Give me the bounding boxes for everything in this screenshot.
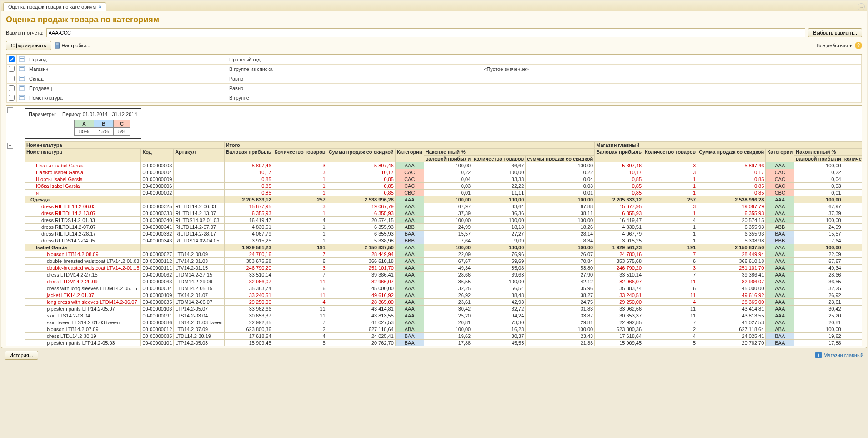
table-row[interactable]: dress with long sleeves LTDM14.2-05.1500…	[25, 285, 863, 292]
cell-qty: 3	[273, 203, 327, 210]
table-row[interactable]: pipestem pants LTP14.2-05.0700-00000103L…	[25, 306, 863, 312]
table-row[interactable]: dress RILTDL14.2-13.0700-00000333RILTDL1…	[25, 210, 863, 217]
table-row[interactable]: dress RLTDS14.2-01.0300-00000340RILTDS14…	[25, 217, 863, 224]
table-row[interactable]: dress RILTDL14.2-06.0300-00000325RILTDL1…	[25, 203, 863, 210]
cell-cat2: AAA	[766, 319, 794, 326]
cell-sum2: 2 538 996,28	[697, 196, 766, 203]
cell-sum2: 10,17	[697, 169, 766, 176]
table-row[interactable]: Пальто Isabel Garsia00-0000000410,17310,…	[25, 169, 863, 176]
table-row[interactable]: long dress with sleeves LTDM14.2-06.0700…	[25, 299, 863, 306]
filter-value[interactable]	[482, 55, 862, 65]
help-icon[interactable]: ?	[855, 42, 862, 49]
cell-cat: AAA	[395, 292, 424, 299]
cell-cat: AAA	[395, 319, 424, 326]
variant-input[interactable]	[46, 28, 806, 37]
cell-sum2: 366 610,18	[697, 258, 766, 265]
filter-checkbox[interactable]	[9, 95, 15, 101]
cell-p1: 0,04	[424, 176, 472, 183]
filter-condition[interactable]: Прошлый год	[227, 55, 482, 65]
variant-label: Вариант отчета:	[6, 30, 44, 35]
filter-checkbox[interactable]	[9, 76, 15, 81]
cell-gp: 5 897,46	[224, 162, 273, 169]
cell-article: LTV14.2-01.03	[174, 258, 224, 265]
table-row[interactable]: pipestem pants LTP14.2-05.0300-00000101L…	[25, 340, 863, 347]
settings-label: Настройки...	[62, 43, 90, 48]
cell-sum2: 2 150 837,50	[697, 244, 766, 251]
cell-gp: 15 909,45	[224, 340, 273, 347]
table-row[interactable]: dress LTDM14.2-29.0900-00000063LTDM14.2-…	[25, 278, 863, 285]
cell-qty2: 1	[643, 210, 697, 217]
table-row[interactable]: double-breasted waistcoat LTV14.2-01.030…	[25, 258, 863, 265]
cell-qty2: 2	[643, 326, 697, 333]
filter-checkbox[interactable]	[9, 66, 15, 72]
settings-link[interactable]: Настройки...	[54, 42, 90, 49]
chevron-down-icon[interactable]: ⌄	[858, 3, 865, 10]
table-row[interactable]: Платье Isabel Garsia00-000000035 897,463…	[25, 162, 863, 169]
cell-name: Юбка Isabel Garsia	[25, 183, 141, 190]
cell-gp2: 0,85	[595, 190, 643, 196]
filter-checkbox[interactable]	[9, 56, 15, 62]
cell-p1b: 0,03	[794, 183, 843, 190]
table-row[interactable]: dress LTDL14.2-30.1900-00000085LTDL14.2-…	[25, 333, 863, 340]
table-row[interactable]: blouson LTB14.2-07.0900-00000012LTB14.2-…	[25, 326, 863, 333]
cell-gp: 3 915,25	[224, 237, 273, 244]
filter-condition[interactable]: В группе из списка	[227, 65, 482, 74]
cell-p1b: 24,99	[794, 224, 843, 231]
history-button[interactable]: История...	[5, 351, 38, 360]
table-row[interactable]: Isabel Garcia1 929 561,231912 150 837,50…	[25, 244, 863, 251]
cell-sum: 20 574,15	[327, 217, 395, 224]
cell-p3: 100,00	[526, 326, 595, 333]
table-row[interactable]: skirt tween LTS14.2-01.03 tween00-000000…	[25, 319, 863, 326]
hdr-cat2: Категории	[766, 149, 794, 162]
filter-value[interactable]: <Пустое значение>	[482, 65, 862, 74]
table-row[interactable]: dress RILTDL14.2-28.1700-00000332RILTDL1…	[25, 231, 863, 237]
filter-value[interactable]	[482, 74, 862, 84]
table-row[interactable]: dress RLTDS14.2-04.0500-00000343RILTDS14…	[25, 237, 863, 244]
table-row[interactable]: blouson LTB14.2-08.0900-00000027LTB14.2-…	[25, 251, 863, 258]
cell-p1: 0,01	[424, 190, 472, 196]
cell-sum: 28 449,94	[327, 251, 395, 258]
filter-value[interactable]	[482, 93, 862, 103]
table-row[interactable]: dress LTDM14.2-27.1500-00000062LTDM14.2-…	[25, 272, 863, 278]
tree-collapse-icon[interactable]: −	[7, 107, 13, 113]
abc-c: C	[114, 120, 130, 128]
cell-sum2: 39 386,41	[697, 272, 766, 278]
info-icon: i	[815, 352, 822, 358]
hdr-cat: Категории	[395, 149, 424, 162]
cell-p1b: 25,20	[794, 312, 843, 319]
all-actions-link[interactable]: Все действия ▾	[817, 43, 852, 49]
close-icon[interactable]: ×	[99, 4, 101, 10]
filter-checkbox[interactable]	[9, 85, 15, 91]
report-area[interactable]: − − Параметры: Период: 01.01.2014 - 31.1…	[6, 105, 862, 346]
cell-gp2: 35 383,74	[595, 285, 643, 292]
table-row[interactable]: skirt LTS14.2-03.0400-00000091LTS14.2-03…	[25, 312, 863, 319]
choose-variant-button[interactable]: Выбрать вариант...	[808, 28, 862, 37]
filter-condition[interactable]: Равно	[227, 84, 482, 93]
filter-condition[interactable]: Равно	[227, 74, 482, 84]
cell-gp2: 16 419,47	[595, 217, 643, 224]
cell-cat2: AAA	[766, 203, 794, 210]
header: Оценка продаж товара по категориям	[1, 11, 867, 26]
cell-article: RILTDL14.2-28.17	[174, 231, 224, 237]
cell-gp2: 17 618,64	[595, 333, 643, 340]
cell-name: dress LTDM14.2-29.09	[25, 278, 141, 285]
generate-button[interactable]: Сформировать	[6, 41, 51, 50]
cell-cat2: AAA	[766, 265, 794, 272]
cell-qty2: 11	[643, 292, 697, 299]
cell-code: 00-00000086	[141, 319, 174, 326]
tree-collapse-icon[interactable]: −	[7, 143, 13, 149]
table-row[interactable]: Юбка Isabel Garsia00-000000060,8510,85CA…	[25, 183, 863, 190]
table-row[interactable]: я00-000000020,8510,85CBC0,0111,110,010,8…	[25, 190, 863, 196]
cell-name: dress RLTDS14.2-04.05	[25, 237, 141, 244]
table-row[interactable]: double-breasted waistcoat LTV14.2-01.150…	[25, 265, 863, 272]
filter-condition[interactable]: В группе	[227, 93, 482, 103]
table-row[interactable]: Одежда2 205 633,122572 538 996,28AAA100,…	[25, 196, 863, 203]
cell-p3: 18,26	[526, 224, 595, 231]
table-row[interactable]: Шорты Isabel Garsia00-000000090,8510,85C…	[25, 176, 863, 183]
cell-sum2: 5 897,46	[697, 162, 766, 169]
tab-active[interactable]: Оценка продаж товара по категориям ×	[3, 2, 106, 11]
table-row[interactable]: jacket LTK14.2-01.0700-00000109LTK14.2-0…	[25, 292, 863, 299]
filter-value[interactable]	[482, 84, 862, 93]
cell-sum: 627 118,64	[327, 326, 395, 333]
table-row[interactable]: dress RILTDL14.2-07.0700-00000341RILTDL1…	[25, 224, 863, 231]
